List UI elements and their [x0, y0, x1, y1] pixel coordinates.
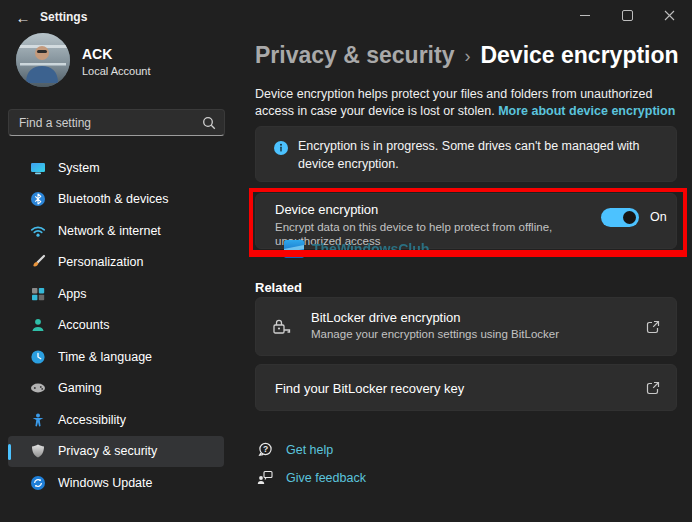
- sidebar-item-windows-update[interactable]: Windows Update: [8, 467, 224, 499]
- maximize-icon: [622, 10, 633, 21]
- bluetooth-icon: [30, 191, 46, 207]
- sidebar-item-label: Time & language: [58, 350, 152, 364]
- more-about-link[interactable]: More about device encryption: [498, 104, 675, 118]
- toggle-knob: [623, 211, 636, 224]
- shield-icon: [30, 443, 46, 459]
- chevron-right-icon: ›: [464, 44, 470, 67]
- maximize-button[interactable]: [606, 0, 648, 30]
- sidebar-item-personalization[interactable]: Personalization: [8, 247, 224, 279]
- sidebar-item-accounts[interactable]: Accounts: [8, 310, 224, 342]
- feedback-icon: [257, 469, 274, 486]
- watermark-text: TheWindowsClub: [312, 241, 429, 257]
- toggle-state-label: On: [650, 210, 667, 224]
- sidebar-item-label: System: [58, 161, 100, 175]
- sidebar-item-gaming[interactable]: Gaming: [8, 373, 224, 405]
- watermark: TheWindowsClub: [283, 238, 429, 260]
- breadcrumb-parent[interactable]: Privacy & security: [255, 42, 454, 69]
- accessibility-icon: [30, 412, 46, 428]
- breadcrumb: Privacy & security › Device encryption: [255, 42, 679, 69]
- sidebar-item-time-language[interactable]: Time & language: [8, 341, 224, 373]
- sidebar-nav: System Bluetooth & devices Network & int…: [0, 152, 232, 499]
- account-type: Local Account: [82, 65, 151, 77]
- sidebar-item-label: Accounts: [58, 318, 109, 332]
- page-description: Device encryption helps protect your fil…: [255, 86, 689, 120]
- external-link-icon: [645, 380, 661, 396]
- account-name: ACK: [82, 46, 112, 62]
- external-link-icon: [645, 319, 661, 335]
- window-controls: [564, 0, 690, 30]
- sidebar-item-label: Windows Update: [58, 476, 153, 490]
- page-title: Device encryption: [480, 42, 678, 69]
- sidebar-item-system[interactable]: System: [8, 152, 224, 184]
- sidebar-item-label: Bluetooth & devices: [58, 192, 169, 206]
- lock-key-icon: [272, 317, 292, 337]
- wifi-icon: [30, 223, 46, 239]
- setting-title: Device encryption: [275, 202, 378, 217]
- banner-message: Encryption is in progress. Some drives c…: [298, 137, 670, 173]
- sidebar-item-bluetooth-devices[interactable]: Bluetooth & devices: [8, 184, 224, 216]
- svg-text:?: ?: [263, 444, 268, 454]
- person-icon: [30, 317, 46, 333]
- minimize-icon: [580, 15, 590, 16]
- device-encryption-toggle[interactable]: [601, 208, 639, 227]
- back-button[interactable]: ←: [8, 5, 38, 29]
- find-recovery-key-card[interactable]: Find your BitLocker recovery key: [255, 364, 677, 411]
- close-icon: [664, 10, 675, 21]
- related-item-description: Manage your encryption settings using Bi…: [311, 328, 559, 340]
- minimize-button[interactable]: [564, 0, 606, 30]
- search-icon[interactable]: [201, 115, 217, 131]
- account-header[interactable]: ACK Local Account: [16, 33, 226, 89]
- settings-window: ← Settings: [0, 0, 692, 522]
- sidebar-item-label: Network & internet: [58, 224, 161, 238]
- info-banner: Encryption is in progress. Some drives c…: [255, 126, 677, 182]
- system-icon: [30, 160, 46, 176]
- info-icon: [273, 140, 289, 156]
- sidebar-item-accessibility[interactable]: Accessibility: [8, 404, 224, 436]
- help-icon: ?: [257, 441, 274, 458]
- sidebar-item-privacy-security[interactable]: Privacy & security: [8, 436, 224, 468]
- related-item-title: BitLocker drive encryption: [311, 310, 461, 325]
- search-input[interactable]: [9, 110, 224, 135]
- close-button[interactable]: [648, 0, 690, 30]
- windows-update-icon: [30, 475, 46, 491]
- apps-icon: [30, 286, 46, 302]
- sidebar-item-label: Gaming: [58, 381, 102, 395]
- related-item-title: Find your BitLocker recovery key: [275, 381, 464, 396]
- get-help-link[interactable]: ? Get help: [257, 441, 333, 458]
- sidebar-item-label: Accessibility: [58, 413, 126, 427]
- selected-indicator: [8, 444, 11, 460]
- bitlocker-drive-encryption-card[interactable]: BitLocker drive encryption Manage your e…: [255, 297, 677, 356]
- search-box: [8, 109, 225, 136]
- window-title: Settings: [40, 10, 87, 24]
- sidebar-item-apps[interactable]: Apps: [8, 278, 224, 310]
- footer-link-label: Give feedback: [286, 471, 366, 485]
- sidebar-item-label: Apps: [58, 287, 87, 301]
- sidebar-item-label: Privacy & security: [58, 444, 157, 458]
- sidebar-item-network-internet[interactable]: Network & internet: [8, 215, 224, 247]
- paintbrush-icon: [30, 254, 46, 270]
- clock-icon: [30, 349, 46, 365]
- related-heading: Related: [255, 280, 302, 295]
- watermark-logo-icon: [283, 238, 305, 260]
- footer-link-label: Get help: [286, 443, 333, 457]
- sidebar-item-label: Personalization: [58, 255, 143, 269]
- avatar: [16, 33, 70, 87]
- give-feedback-link[interactable]: Give feedback: [257, 469, 366, 486]
- gamepad-icon: [30, 380, 46, 396]
- back-icon: ←: [16, 9, 31, 26]
